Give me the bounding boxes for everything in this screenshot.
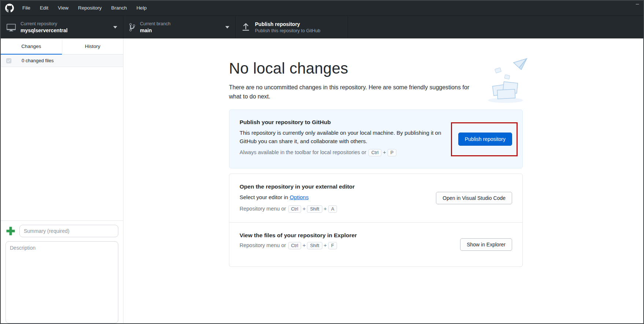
page-subtitle: There are no uncommitted changes in this…	[229, 83, 474, 101]
card-heading: Open the repository in your external edi…	[240, 183, 355, 190]
current-repository-dropdown[interactable]: Current repository mysqlservercentral	[1, 16, 123, 38]
changed-files-header: 0 changed files	[1, 55, 123, 67]
kbd-p: P	[388, 149, 396, 156]
card-heading: Publish your repository to GitHub	[240, 119, 451, 126]
sidebar: Changes History 0 changed files	[1, 38, 123, 323]
open-in-vscode-button[interactable]: Open in Visual Studio Code	[436, 192, 512, 204]
github-logo-icon	[5, 4, 14, 12]
menu-view[interactable]: View	[53, 1, 73, 15]
menu-file[interactable]: File	[18, 1, 35, 15]
commit-form	[1, 220, 123, 323]
page-title: No local changes	[229, 60, 523, 77]
commit-description-input[interactable]	[5, 241, 118, 323]
menubar: File Edit View Repository Branch Help –	[1, 1, 643, 15]
no-changes-illustration	[484, 57, 534, 104]
kbd-shift: Shift	[307, 242, 322, 249]
show-in-explorer-button[interactable]: Show in Explorer	[460, 238, 512, 251]
kbd-ctrl: Ctrl	[369, 149, 381, 156]
blankslate: No local changes There are no uncommitte…	[229, 60, 523, 101]
kbd-shift: Shift	[307, 205, 322, 213]
show-in-explorer-suggestion: View the files of your repository in Exp…	[229, 222, 522, 267]
changed-files-count: 0 changed files	[22, 58, 53, 63]
select-all-checkbox[interactable]	[6, 58, 11, 63]
tab-changes[interactable]: Changes	[1, 38, 62, 54]
content-area: Changes History 0 changed files	[1, 38, 643, 323]
card-hint: Repository menu or Ctrl+Shift+A	[240, 205, 355, 213]
chevron-down-icon	[225, 26, 229, 29]
minimize-button[interactable]: –	[636, 1, 639, 7]
card-heading: View the files of your repository in Exp…	[240, 232, 357, 239]
card-hint: Repository menu or Ctrl+Shift+F	[240, 242, 357, 249]
card-body: This repository is currently only availa…	[240, 129, 451, 145]
upload-icon	[241, 23, 250, 31]
current-branch-label: Current branch	[140, 21, 222, 26]
current-branch-name: main	[140, 27, 222, 33]
menu-help[interactable]: Help	[132, 1, 151, 15]
current-repository-name: mysqlservercentral	[21, 27, 110, 33]
menu-branch[interactable]: Branch	[107, 1, 132, 15]
tab-history[interactable]: History	[62, 38, 123, 54]
publish-repository-button[interactable]: Publish repository	[458, 133, 512, 146]
desktop-repository-icon	[7, 23, 16, 32]
chevron-down-icon	[113, 26, 117, 29]
options-link[interactable]: Options	[290, 194, 309, 200]
commit-summary-input[interactable]	[19, 225, 118, 237]
card-hint: Always available in the toolbar for loca…	[240, 149, 451, 156]
publish-toolbar-subtitle: Publish this repository to GitHub	[255, 28, 342, 33]
main-panel: No local changes There are no uncommitte…	[123, 38, 643, 323]
sidebar-tabs: Changes History	[1, 38, 123, 55]
github-desktop-window: File Edit View Repository Branch Help – …	[0, 0, 644, 324]
avatar	[5, 226, 16, 236]
changed-files-list	[1, 67, 123, 220]
current-repository-label: Current repository	[21, 21, 110, 26]
current-branch-dropdown[interactable]: Current branch main	[123, 16, 236, 38]
card-body: Select your editor in Options	[240, 193, 355, 202]
publish-toolbar-title: Publish repository	[255, 21, 342, 27]
kbd-ctrl: Ctrl	[288, 205, 301, 213]
open-in-editor-suggestion: Open the repository in your external edi…	[229, 174, 522, 222]
kbd-f: F	[328, 242, 337, 249]
kbd-a: A	[328, 205, 337, 213]
suggestions-group: Open the repository in your external edi…	[229, 174, 523, 267]
publish-suggestion-card: Publish your repository to GitHub This r…	[229, 109, 523, 168]
menu-edit[interactable]: Edit	[35, 1, 53, 15]
git-branch-icon	[129, 23, 135, 32]
toolbar: Current repository mysqlservercentral Cu…	[1, 15, 643, 38]
kbd-ctrl: Ctrl	[288, 242, 301, 249]
publish-repository-toolbar-button[interactable]: Publish repository Publish this reposito…	[236, 16, 348, 38]
menu-repository[interactable]: Repository	[73, 1, 107, 15]
